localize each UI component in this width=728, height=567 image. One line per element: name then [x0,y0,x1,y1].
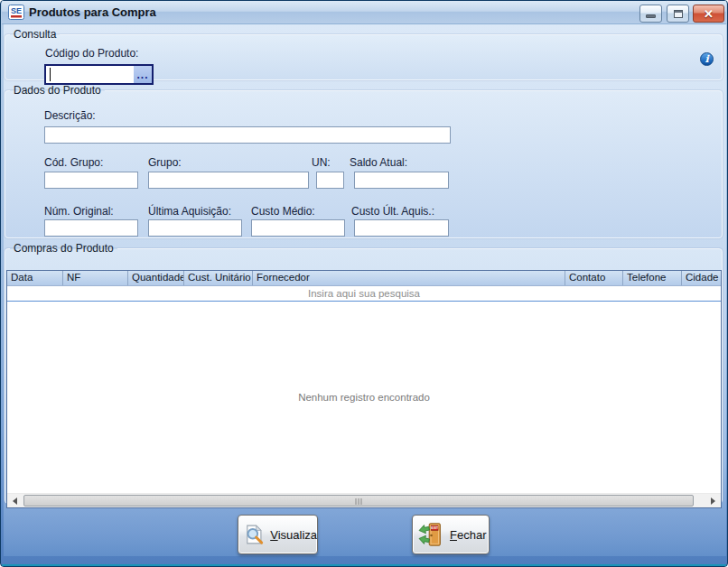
window-content: Consulta Código do Produto: ... i Dados … [4,24,726,556]
grupo-input[interactable] [148,172,309,189]
document-magnifier-icon [244,520,266,549]
empty-message: Nenhum registro encontrado [298,392,430,403]
grid-header-row: Data NF Quantidade Cust. Unitário Fornec… [7,271,721,286]
browse-ellipsis-button[interactable]: ... [134,66,152,83]
grid-search-row[interactable]: Insira aqui sua pesquisa [7,286,721,302]
arrow-left-icon [13,497,17,505]
column-header-quantidade[interactable]: Quantidade [128,271,184,285]
visualiza-button[interactable]: Visualiza [238,515,318,554]
svg-text:EXIT: EXIT [431,526,439,530]
column-header-cust-unitario[interactable]: Cust. Unitário [184,271,253,285]
cod-grupo-input[interactable] [44,172,138,189]
ultima-aquisicao-input[interactable] [148,219,242,237]
exit-door-icon: EXIT [418,520,445,549]
column-header-fornecedor[interactable]: Fornecedor [253,271,565,285]
minimize-icon [646,14,656,18]
close-icon: ✕ [704,8,714,20]
compras-produto-group-label: Compras do Produto [10,242,117,255]
ultima-aquisicao-label: Última Aquisição: [148,205,231,218]
descricao-label: Descrição: [44,109,96,122]
column-header-contato[interactable]: Contato [565,271,623,285]
dados-produto-group: Dados do Produto Descrição: Cód. Grupo: … [5,84,723,238]
column-header-telefone[interactable]: Telefone [623,271,682,285]
un-input[interactable] [316,172,344,189]
app-window: SE Produtos para Compra ✕ Consulta Códig… [0,0,728,567]
visualiza-button-label: Visualiza [270,528,317,542]
custo-ult-aquis-label: Custo Últ. Aquis.: [351,205,434,218]
scrollbar-grip-icon [356,498,362,505]
title-bar: SE Produtos para Compra ✕ [2,1,726,24]
consulta-group: Consulta Código do Produto: ... i [5,28,723,80]
close-button[interactable]: ✕ [693,5,724,23]
horizontal-scrollbar[interactable] [7,493,721,507]
se-logo-icon: SE [8,5,24,20]
consulta-group-label: Consulta [10,28,60,41]
column-header-nf[interactable]: NF [63,271,128,285]
fechar-button-label: Fechar [450,528,486,542]
column-header-cidade[interactable]: Cidade [682,271,721,285]
custo-ult-aquis-input[interactable] [354,219,449,237]
fechar-button[interactable]: EXIT Fechar [412,515,490,554]
codigo-produto-input[interactable]: ... [44,64,154,85]
grid-body: Nenhum registro encontrado [7,302,721,493]
cod-grupo-label: Cód. Grupo: [44,156,103,169]
window-title: Produtos para Compra [29,5,156,19]
scroll-left-button[interactable] [7,494,23,507]
scroll-right-button[interactable] [705,494,721,507]
compras-produto-group: Compras do Produto Data NF Quantidade Cu… [5,242,723,504]
info-icon[interactable]: i [700,52,714,66]
saldo-atual-input[interactable] [354,172,449,189]
grupo-label: Grupo: [148,156,182,169]
arrow-right-icon [711,497,715,505]
custo-medio-input[interactable] [251,219,345,237]
minimize-button[interactable] [639,5,662,23]
custo-medio-label: Custo Médio: [251,205,315,218]
compras-grid: Data NF Quantidade Cust. Unitário Fornec… [6,270,722,508]
un-label: UN: [312,156,331,169]
codigo-produto-label: Código do Produto: [45,47,138,60]
saldo-atual-label: Saldo Atual: [350,156,407,169]
descricao-input[interactable] [44,126,451,144]
svg-text:SE: SE [11,6,22,15]
maximize-button[interactable] [667,5,689,23]
maximize-icon [674,10,683,18]
num-original-label: Núm. Original: [44,205,114,218]
dados-produto-group-label: Dados do Produto [10,84,105,97]
scrollbar-thumb[interactable] [23,495,694,507]
num-original-input[interactable] [44,219,138,237]
text-caret [50,68,51,81]
column-header-data[interactable]: Data [7,271,63,285]
